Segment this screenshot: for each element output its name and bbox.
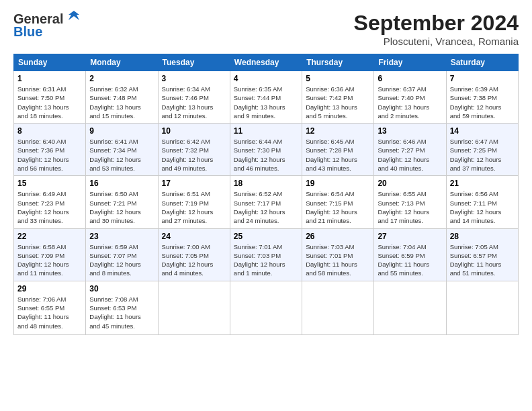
table-row: 14Sunrise: 6:47 AMSunset: 7:25 PMDayligh… bbox=[446, 124, 518, 176]
table-row: 16Sunrise: 6:50 AMSunset: 7:21 PMDayligh… bbox=[86, 176, 158, 228]
day-number: 20 bbox=[378, 179, 442, 188]
day-info: Sunrise: 6:58 AMSunset: 7:09 PMDaylight:… bbox=[17, 242, 82, 278]
logo-bird-icon bbox=[64, 8, 83, 27]
table-row: 7Sunrise: 6:39 AMSunset: 7:38 PMDaylight… bbox=[446, 71, 518, 124]
day-info: Sunrise: 7:00 AMSunset: 7:05 PMDaylight:… bbox=[162, 242, 226, 278]
day-info: Sunrise: 6:35 AMSunset: 7:44 PMDaylight:… bbox=[234, 85, 298, 120]
day-info: Sunrise: 6:55 AMSunset: 7:13 PMDaylight:… bbox=[378, 189, 442, 225]
day-number: 24 bbox=[162, 232, 226, 241]
day-info: Sunrise: 6:37 AMSunset: 7:40 PMDaylight:… bbox=[378, 85, 442, 120]
day-number: 7 bbox=[450, 74, 515, 83]
col-thursday: Thursday bbox=[302, 54, 374, 71]
table-row: 13Sunrise: 6:46 AMSunset: 7:27 PMDayligh… bbox=[374, 124, 446, 176]
day-number: 18 bbox=[234, 179, 298, 188]
table-row: 15Sunrise: 6:49 AMSunset: 7:23 PMDayligh… bbox=[14, 176, 86, 228]
day-info: Sunrise: 6:54 AMSunset: 7:15 PMDaylight:… bbox=[306, 189, 370, 225]
table-row: 6Sunrise: 6:37 AMSunset: 7:40 PMDaylight… bbox=[374, 71, 446, 124]
table-row: 26Sunrise: 7:03 AMSunset: 7:01 PMDayligh… bbox=[302, 228, 374, 281]
table-row: 3Sunrise: 6:34 AMSunset: 7:46 PMDaylight… bbox=[158, 71, 230, 124]
day-info: Sunrise: 7:01 AMSunset: 7:03 PMDaylight:… bbox=[234, 242, 298, 278]
day-info: Sunrise: 6:44 AMSunset: 7:30 PMDaylight:… bbox=[234, 137, 298, 173]
day-info: Sunrise: 6:41 AMSunset: 7:34 PMDaylight:… bbox=[89, 137, 154, 173]
day-info: Sunrise: 6:56 AMSunset: 7:11 PMDaylight:… bbox=[450, 189, 515, 225]
logo-blue-text: Blue bbox=[13, 24, 42, 40]
day-info: Sunrise: 6:34 AMSunset: 7:46 PMDaylight:… bbox=[162, 85, 226, 120]
table-row: 10Sunrise: 6:42 AMSunset: 7:32 PMDayligh… bbox=[158, 124, 230, 176]
day-number: 6 bbox=[378, 74, 442, 83]
header: General Blue September 2024 Ploscuteni, … bbox=[13, 11, 519, 47]
day-info: Sunrise: 6:45 AMSunset: 7:28 PMDaylight:… bbox=[306, 137, 370, 173]
table-row: 1Sunrise: 6:31 AMSunset: 7:50 PMDaylight… bbox=[14, 71, 86, 124]
table-row: 4Sunrise: 6:35 AMSunset: 7:44 PMDaylight… bbox=[230, 71, 302, 124]
day-number: 4 bbox=[234, 74, 298, 83]
col-sunday: Sunday bbox=[14, 54, 86, 71]
day-info: Sunrise: 6:42 AMSunset: 7:32 PMDaylight:… bbox=[162, 137, 226, 173]
table-row: 20Sunrise: 6:55 AMSunset: 7:13 PMDayligh… bbox=[374, 176, 446, 228]
day-info: Sunrise: 6:51 AMSunset: 7:19 PMDaylight:… bbox=[162, 189, 226, 225]
table-row bbox=[374, 281, 446, 334]
day-info: Sunrise: 6:46 AMSunset: 7:27 PMDaylight:… bbox=[378, 137, 442, 173]
day-info: Sunrise: 6:49 AMSunset: 7:23 PMDaylight:… bbox=[17, 189, 82, 225]
day-info: Sunrise: 6:47 AMSunset: 7:25 PMDaylight:… bbox=[450, 137, 515, 173]
day-number: 15 bbox=[17, 179, 82, 188]
day-info: Sunrise: 6:50 AMSunset: 7:21 PMDaylight:… bbox=[89, 189, 154, 225]
day-number: 25 bbox=[234, 232, 298, 241]
table-row: 23Sunrise: 6:59 AMSunset: 7:07 PMDayligh… bbox=[86, 228, 158, 281]
day-number: 27 bbox=[378, 232, 442, 241]
table-row bbox=[158, 281, 230, 334]
table-row: 17Sunrise: 6:51 AMSunset: 7:19 PMDayligh… bbox=[158, 176, 230, 228]
day-info: Sunrise: 6:36 AMSunset: 7:42 PMDaylight:… bbox=[306, 85, 370, 120]
col-saturday: Saturday bbox=[446, 54, 518, 71]
day-info: Sunrise: 7:08 AMSunset: 6:53 PMDaylight:… bbox=[89, 295, 154, 330]
day-number: 10 bbox=[162, 126, 226, 136]
table-row: 11Sunrise: 6:44 AMSunset: 7:30 PMDayligh… bbox=[230, 124, 302, 176]
table-row: 28Sunrise: 7:05 AMSunset: 6:57 PMDayligh… bbox=[446, 228, 518, 281]
col-wednesday: Wednesday bbox=[230, 54, 302, 71]
day-number: 23 bbox=[89, 232, 154, 241]
calendar-subtitle: Ploscuteni, Vrancea, Romania bbox=[354, 36, 519, 47]
day-info: Sunrise: 7:03 AMSunset: 7:01 PMDaylight:… bbox=[306, 242, 370, 278]
day-number: 14 bbox=[450, 126, 515, 136]
day-number: 2 bbox=[89, 74, 154, 83]
calendar-title: September 2024 bbox=[354, 11, 519, 36]
day-info: Sunrise: 6:52 AMSunset: 7:17 PMDaylight:… bbox=[234, 189, 298, 225]
day-number: 17 bbox=[162, 179, 226, 188]
day-number: 3 bbox=[162, 74, 226, 83]
table-row: 12Sunrise: 6:45 AMSunset: 7:28 PMDayligh… bbox=[302, 124, 374, 176]
day-number: 28 bbox=[450, 232, 515, 241]
table-row: 25Sunrise: 7:01 AMSunset: 7:03 PMDayligh… bbox=[230, 228, 302, 281]
day-number: 22 bbox=[17, 232, 82, 241]
table-row: 29Sunrise: 7:06 AMSunset: 6:55 PMDayligh… bbox=[14, 281, 86, 334]
table-row: 27Sunrise: 7:04 AMSunset: 6:59 PMDayligh… bbox=[374, 228, 446, 281]
day-number: 16 bbox=[89, 179, 154, 188]
day-number: 8 bbox=[17, 126, 82, 136]
calendar-table: Sunday Monday Tuesday Wednesday Thursday… bbox=[13, 54, 519, 335]
table-row: 5Sunrise: 6:36 AMSunset: 7:42 PMDaylight… bbox=[302, 71, 374, 124]
day-number: 1 bbox=[17, 74, 82, 83]
table-row: 2Sunrise: 6:32 AMSunset: 7:48 PMDaylight… bbox=[86, 71, 158, 124]
calendar-header-row: Sunday Monday Tuesday Wednesday Thursday… bbox=[14, 54, 519, 71]
day-info: Sunrise: 7:04 AMSunset: 6:59 PMDaylight:… bbox=[378, 242, 442, 278]
day-number: 11 bbox=[234, 126, 298, 136]
table-row: 24Sunrise: 7:00 AMSunset: 7:05 PMDayligh… bbox=[158, 228, 230, 281]
logo: General Blue bbox=[13, 11, 83, 40]
day-number: 12 bbox=[306, 126, 370, 136]
table-row bbox=[230, 281, 302, 334]
col-monday: Monday bbox=[86, 54, 158, 71]
day-number: 5 bbox=[306, 74, 370, 83]
day-number: 13 bbox=[378, 126, 442, 136]
day-info: Sunrise: 6:32 AMSunset: 7:48 PMDaylight:… bbox=[89, 85, 154, 120]
title-block: September 2024 Ploscuteni, Vrancea, Roma… bbox=[354, 11, 519, 47]
table-row bbox=[446, 281, 518, 334]
day-number: 29 bbox=[17, 284, 82, 293]
day-info: Sunrise: 6:40 AMSunset: 7:36 PMDaylight:… bbox=[17, 137, 82, 173]
table-row: 30Sunrise: 7:08 AMSunset: 6:53 PMDayligh… bbox=[86, 281, 158, 334]
day-info: Sunrise: 7:05 AMSunset: 6:57 PMDaylight:… bbox=[450, 242, 515, 278]
table-row: 8Sunrise: 6:40 AMSunset: 7:36 PMDaylight… bbox=[14, 124, 86, 176]
day-number: 9 bbox=[89, 126, 154, 136]
day-info: Sunrise: 6:31 AMSunset: 7:50 PMDaylight:… bbox=[17, 85, 82, 120]
table-row: 21Sunrise: 6:56 AMSunset: 7:11 PMDayligh… bbox=[446, 176, 518, 228]
table-row: 18Sunrise: 6:52 AMSunset: 7:17 PMDayligh… bbox=[230, 176, 302, 228]
table-row: 9Sunrise: 6:41 AMSunset: 7:34 PMDaylight… bbox=[86, 124, 158, 176]
day-number: 26 bbox=[306, 232, 370, 241]
